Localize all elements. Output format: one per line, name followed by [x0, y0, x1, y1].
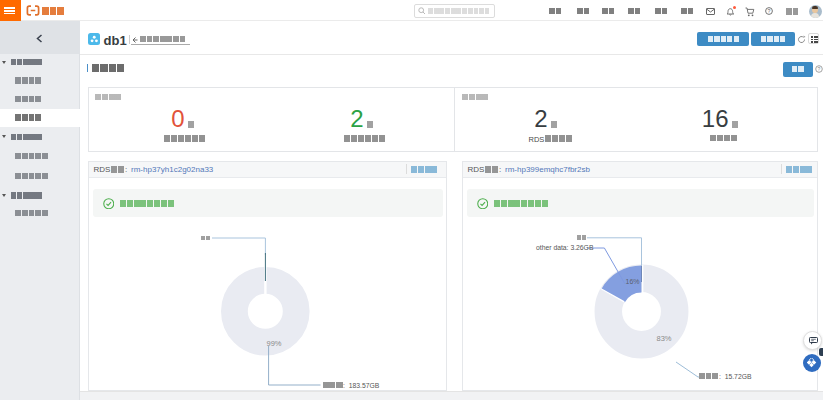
svg-text:?: ?: [767, 8, 770, 14]
svg-text:?: ?: [817, 66, 820, 72]
